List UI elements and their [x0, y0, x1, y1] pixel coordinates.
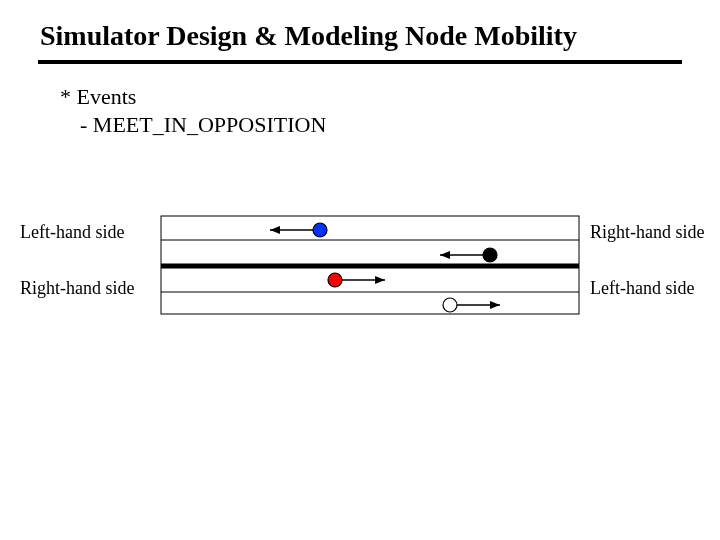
red-circle [328, 273, 342, 287]
black-circle-arrow-head [440, 251, 450, 259]
blue-circle-arrow-head [270, 226, 280, 234]
black-circle [483, 248, 497, 262]
title-underline [38, 60, 682, 64]
open-circle [443, 298, 457, 312]
open-circle-arrow-head [490, 301, 500, 309]
label-right-bottom: Left-hand side [590, 278, 694, 299]
label-left-bottom: Right-hand side [20, 278, 135, 299]
slide: Simulator Design & Modeling Node Mobilit… [0, 0, 720, 540]
label-left-top: Left-hand side [20, 222, 124, 243]
lane-diagram [160, 215, 580, 315]
bullet-event-name: - MEET_IN_OPPOSITION [80, 112, 326, 138]
red-circle-arrow-head [375, 276, 385, 284]
label-right-top: Right-hand side [590, 222, 705, 243]
bullet-events-header: * Events [60, 84, 136, 110]
blue-circle [313, 223, 327, 237]
page-title: Simulator Design & Modeling Node Mobilit… [40, 20, 680, 52]
